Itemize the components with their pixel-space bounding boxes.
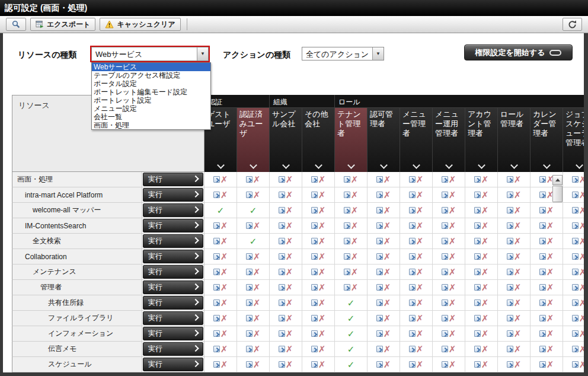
- permission-cell[interactable]: ✗: [531, 234, 563, 249]
- permission-cell[interactable]: ✗: [237, 265, 270, 280]
- permission-cell[interactable]: ✗: [302, 295, 335, 311]
- permission-cell[interactable]: ✗: [237, 311, 270, 326]
- permission-cell[interactable]: ✗: [335, 172, 368, 187]
- column-header[interactable]: アカウント管理者: [465, 108, 498, 172]
- permission-cell[interactable]: ✗: [400, 295, 433, 311]
- permission-cell[interactable]: ✗: [498, 218, 531, 234]
- permission-cell[interactable]: ✗: [563, 280, 584, 295]
- permission-cell[interactable]: ✓: [237, 203, 270, 218]
- permission-cell[interactable]: ✗: [237, 357, 270, 372]
- permission-cell[interactable]: ✗: [531, 326, 563, 342]
- permission-cell[interactable]: ✗: [270, 187, 302, 203]
- scrollbar-thumb[interactable]: [552, 186, 563, 202]
- permission-cell[interactable]: ✗: [237, 295, 270, 311]
- execute-button[interactable]: 実行: [143, 203, 203, 217]
- permission-cell[interactable]: ✗: [368, 265, 400, 280]
- permission-cell[interactable]: ✗: [270, 234, 302, 249]
- resource-type-option[interactable]: ポートレット設定: [92, 96, 210, 104]
- resource-name-cell[interactable]: intra-mart Accel Platform: [12, 187, 142, 203]
- permission-cell[interactable]: ✗: [465, 265, 498, 280]
- column-header[interactable]: メニュー運用管理者: [433, 108, 465, 172]
- chevron-down-icon[interactable]: [510, 161, 518, 169]
- search-button[interactable]: [6, 18, 26, 31]
- permission-cell[interactable]: ✗: [204, 218, 237, 234]
- permission-cell[interactable]: ✗: [400, 234, 433, 249]
- permission-cell[interactable]: ✗: [563, 357, 584, 372]
- permission-cell[interactable]: ✗: [498, 342, 531, 357]
- resource-name-cell[interactable]: スケジュール: [12, 357, 142, 372]
- export-button[interactable]: エクスポート: [30, 18, 95, 31]
- execute-button[interactable]: 実行: [143, 342, 203, 356]
- permission-cell[interactable]: ✗: [400, 203, 433, 218]
- action-type-select[interactable]: 全てのアクション ▼: [302, 47, 384, 60]
- permission-cell[interactable]: ✗: [335, 187, 368, 203]
- permission-cell[interactable]: ✗: [433, 172, 465, 187]
- permission-cell[interactable]: ✗: [465, 187, 498, 203]
- scroll-up-button[interactable]: [552, 175, 563, 185]
- permission-cell[interactable]: ✗: [465, 234, 498, 249]
- permission-cell[interactable]: ✗: [270, 265, 302, 280]
- permission-cell[interactable]: ✗: [204, 249, 237, 265]
- permission-cell[interactable]: ✗: [563, 295, 584, 311]
- execute-button[interactable]: 実行: [143, 296, 203, 310]
- start-permission-button[interactable]: 権限設定を開始する: [464, 44, 573, 60]
- resource-type-option[interactable]: Webサービス: [92, 63, 210, 71]
- permission-cell[interactable]: ✗: [465, 342, 498, 357]
- permission-cell[interactable]: ✗: [531, 265, 563, 280]
- chevron-down-icon[interactable]: [576, 161, 583, 169]
- permission-cell[interactable]: ✗: [204, 342, 237, 357]
- permission-cell[interactable]: ✗: [204, 265, 237, 280]
- permission-cell[interactable]: ✗: [237, 218, 270, 234]
- permission-cell[interactable]: ✗: [368, 311, 400, 326]
- resource-name-cell[interactable]: Collaboration: [12, 249, 142, 265]
- permission-cell[interactable]: ✗: [270, 357, 302, 372]
- permission-cell[interactable]: ✗: [335, 280, 368, 295]
- permission-cell[interactable]: ✗: [400, 280, 433, 295]
- permission-cell[interactable]: ✗: [270, 172, 302, 187]
- column-header[interactable]: ロール管理者: [498, 108, 531, 172]
- execute-button[interactable]: 実行: [143, 311, 203, 325]
- permission-cell[interactable]: ✗: [270, 280, 302, 295]
- permission-cell[interactable]: ✗: [433, 311, 465, 326]
- permission-cell[interactable]: ✗: [498, 295, 531, 311]
- permission-cell[interactable]: ✗: [368, 203, 400, 218]
- permission-cell[interactable]: ✗: [302, 203, 335, 218]
- chevron-down-icon[interactable]: [380, 161, 388, 169]
- permission-cell[interactable]: ✗: [270, 203, 302, 218]
- permission-cell[interactable]: ✗: [531, 280, 563, 295]
- permission-cell[interactable]: ✗: [465, 311, 498, 326]
- permission-cell[interactable]: ✗: [498, 234, 531, 249]
- permission-cell[interactable]: ✗: [465, 172, 498, 187]
- resource-name-cell[interactable]: 伝言メモ: [12, 342, 142, 357]
- permission-cell[interactable]: ✗: [400, 249, 433, 265]
- permission-cell[interactable]: ✗: [563, 326, 584, 342]
- resource-name-cell[interactable]: 画面・処理: [12, 172, 142, 187]
- permission-cell[interactable]: ✗: [400, 187, 433, 203]
- resource-type-arrow-button[interactable]: ▼: [197, 47, 208, 60]
- permission-cell[interactable]: ✗: [531, 218, 563, 234]
- column-header[interactable]: その他会社: [302, 108, 335, 172]
- permission-cell[interactable]: ✗: [302, 326, 335, 342]
- cache-clear-button[interactable]: キャッシュクリア: [100, 18, 180, 31]
- permission-cell[interactable]: ✓: [237, 234, 270, 249]
- permission-cell[interactable]: ✗: [433, 295, 465, 311]
- permission-cell[interactable]: ✗: [302, 249, 335, 265]
- chevron-down-icon[interactable]: [478, 161, 485, 169]
- permission-cell[interactable]: ✗: [531, 203, 563, 218]
- column-header[interactable]: メニュー管理者: [400, 108, 433, 172]
- chevron-down-icon[interactable]: [543, 161, 551, 169]
- permission-cell[interactable]: ✗: [465, 357, 498, 372]
- permission-cell[interactable]: ✗: [302, 172, 335, 187]
- permission-cell[interactable]: ✗: [270, 311, 302, 326]
- permission-cell[interactable]: ✗: [400, 218, 433, 234]
- permission-cell[interactable]: ✗: [563, 172, 584, 187]
- permission-cell[interactable]: ✗: [270, 326, 302, 342]
- permission-cell[interactable]: ✗: [270, 295, 302, 311]
- permission-cell[interactable]: ✗: [498, 203, 531, 218]
- permission-cell[interactable]: ✗: [563, 187, 584, 203]
- permission-cell[interactable]: ✗: [563, 265, 584, 280]
- permission-cell[interactable]: ✗: [563, 342, 584, 357]
- refresh-button[interactable]: [563, 18, 582, 31]
- permission-cell[interactable]: ✗: [204, 280, 237, 295]
- permission-cell[interactable]: ✗: [368, 234, 400, 249]
